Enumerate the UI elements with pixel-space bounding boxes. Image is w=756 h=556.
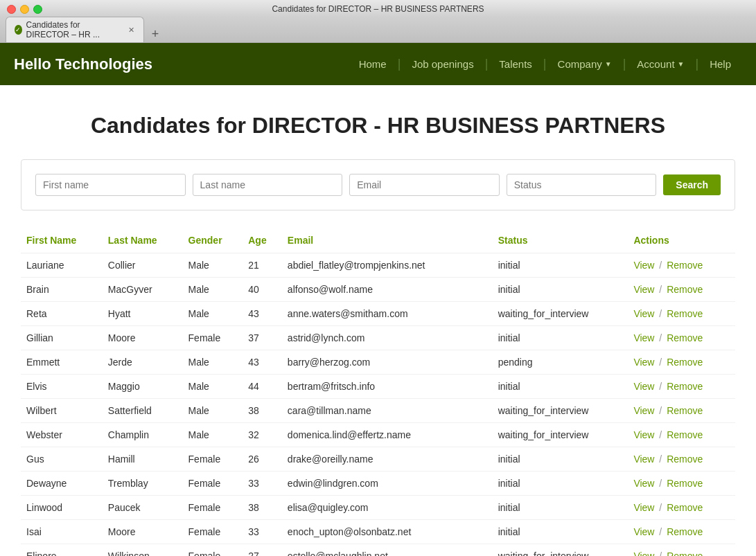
remove-link[interactable]: Remove [667, 332, 703, 343]
table-row: Wilbert Satterfield Male 38 cara@tillman… [21, 399, 735, 423]
remove-link[interactable]: Remove [667, 550, 703, 556]
action-separator: / [659, 332, 665, 343]
action-separator: / [659, 405, 665, 416]
cell-age: 37 [243, 326, 282, 350]
col-actions: Actions [628, 228, 735, 253]
cell-age: 33 [243, 472, 282, 496]
status-input[interactable] [507, 174, 657, 196]
remove-link[interactable]: Remove [667, 381, 703, 392]
cell-first-name: Lauriane [21, 253, 103, 278]
action-separator: / [659, 284, 665, 295]
remove-link[interactable]: Remove [667, 502, 703, 513]
cell-first-name: Gillian [21, 326, 103, 350]
cell-email: cara@tillman.name [282, 399, 493, 423]
window-close-button[interactable] [7, 5, 16, 14]
view-link[interactable]: View [633, 454, 654, 465]
view-link[interactable]: View [633, 429, 654, 440]
browser-tab[interactable]: Candidates for DIRECTOR – HR ... ✕ [6, 17, 144, 42]
col-last-name: Last Name [103, 228, 183, 253]
cell-status: initial [493, 472, 628, 496]
new-tab-button[interactable]: + [147, 26, 164, 42]
col-age: Age [243, 228, 282, 253]
page-content: Candidates for DIRECTOR - HR BUSINESS PA… [0, 85, 756, 556]
action-separator: / [659, 357, 665, 368]
cell-first-name: Linwood [21, 496, 103, 520]
cell-actions: View / Remove [628, 350, 735, 375]
view-link[interactable]: View [633, 550, 654, 556]
cell-email: bertram@fritsch.info [282, 375, 493, 399]
remove-link[interactable]: Remove [667, 357, 703, 368]
email-input[interactable] [349, 174, 500, 196]
table-row: Dewayne Tremblay Female 33 edwin@lindgre… [21, 472, 735, 496]
cell-last-name: MacGyver [103, 278, 183, 302]
view-link[interactable]: View [633, 284, 654, 295]
nav-item-talents[interactable]: Talents [488, 43, 543, 85]
view-link[interactable]: View [633, 478, 654, 489]
cell-actions: View / Remove [628, 472, 735, 496]
cell-gender: Female [183, 472, 243, 496]
nav-item-account[interactable]: Account ▼ [626, 43, 695, 85]
remove-link[interactable]: Remove [667, 526, 703, 537]
action-separator: / [659, 381, 665, 392]
nav-brand[interactable]: Hello Technologies [14, 44, 152, 84]
cell-actions: View / Remove [628, 399, 735, 423]
cell-status: initial [493, 326, 628, 350]
view-link[interactable]: View [633, 332, 654, 343]
cell-status: initial [493, 447, 628, 472]
table-row: Elinore Wilkinson Female 27 estelle@mcla… [21, 544, 735, 557]
nav-item-help[interactable]: Help [698, 43, 742, 85]
cell-status: pending [493, 350, 628, 375]
cell-email: drake@oreilly.name [282, 447, 493, 472]
window-minimize-button[interactable] [20, 5, 29, 14]
view-link[interactable]: View [633, 526, 654, 537]
cell-actions: View / Remove [628, 375, 735, 399]
action-separator: / [659, 550, 665, 556]
remove-link[interactable]: Remove [667, 308, 703, 319]
cell-age: 32 [243, 423, 282, 447]
remove-link[interactable]: Remove [667, 260, 703, 271]
remove-link[interactable]: Remove [667, 405, 703, 416]
cell-email: elisa@quigley.com [282, 496, 493, 520]
search-button[interactable]: Search [663, 174, 721, 195]
view-link[interactable]: View [633, 381, 654, 392]
col-first-name: First Name [21, 228, 103, 253]
main-nav: Hello Technologies Home | Job openings |… [0, 43, 756, 85]
remove-link[interactable]: Remove [667, 429, 703, 440]
table-row: Brain MacGyver Male 40 alfonso@wolf.name… [21, 278, 735, 302]
cell-first-name: Brain [21, 278, 103, 302]
nav-item-home[interactable]: Home [348, 43, 398, 85]
table-row: Gus Hamill Female 26 drake@oreilly.name … [21, 447, 735, 472]
action-separator: / [659, 454, 665, 465]
first-name-input[interactable] [35, 174, 186, 196]
cell-first-name: Webster [21, 423, 103, 447]
remove-link[interactable]: Remove [667, 478, 703, 489]
window-maximize-button[interactable] [33, 5, 42, 14]
cell-email: estelle@mclaughlin.net [282, 544, 493, 557]
cell-email: barry@herzog.com [282, 350, 493, 375]
view-link[interactable]: View [633, 357, 654, 368]
remove-link[interactable]: Remove [667, 454, 703, 465]
action-separator: / [659, 260, 665, 271]
nav-item-company[interactable]: Company ▼ [547, 43, 623, 85]
tab-close-button[interactable]: ✕ [128, 25, 135, 35]
col-status: Status [493, 228, 628, 253]
action-separator: / [659, 429, 665, 440]
remove-link[interactable]: Remove [667, 284, 703, 295]
nav-item-job-openings[interactable]: Job openings [401, 43, 484, 85]
last-name-input[interactable] [193, 174, 343, 196]
tab-favicon [15, 25, 22, 35]
cell-status: initial [493, 253, 628, 278]
cell-first-name: Elinore [21, 544, 103, 557]
table-row: Gillian Moore Female 37 astrid@lynch.com… [21, 326, 735, 350]
cell-age: 38 [243, 496, 282, 520]
tab-label: Candidates for DIRECTOR – HR ... [26, 20, 124, 39]
cell-age: 43 [243, 350, 282, 375]
view-link[interactable]: View [633, 308, 654, 319]
view-link[interactable]: View [633, 502, 654, 513]
view-link[interactable]: View [633, 405, 654, 416]
cell-last-name: Moore [103, 326, 183, 350]
view-link[interactable]: View [633, 260, 654, 271]
cell-last-name: Champlin [103, 423, 183, 447]
table-row: Elvis Maggio Male 44 bertram@fritsch.inf… [21, 375, 735, 399]
cell-status: initial [493, 375, 628, 399]
